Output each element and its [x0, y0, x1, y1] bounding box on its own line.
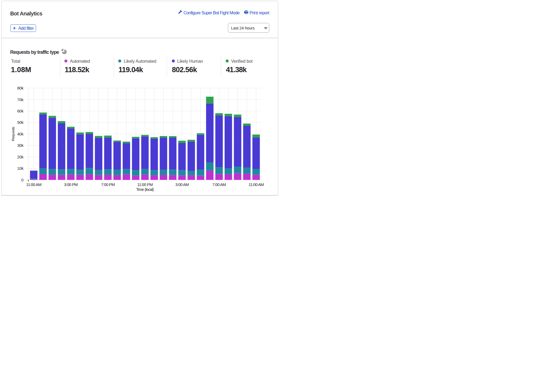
svg-text:7:00 AM: 7:00 AM [212, 182, 226, 187]
svg-text:7:00 PM: 7:00 PM [101, 182, 115, 187]
svg-text:11:00 PM: 11:00 PM [137, 182, 153, 187]
svg-text:Requests: Requests [11, 127, 15, 141]
svg-text:3:00 PM: 3:00 PM [64, 182, 78, 187]
svg-text:60k: 60k [17, 109, 24, 113]
svg-text:3:00 AM: 3:00 AM [175, 182, 189, 187]
svg-text:11:00 AM: 11:00 AM [26, 182, 41, 187]
svg-text:10k: 10k [17, 166, 24, 171]
svg-text:11:00 AM: 11:00 AM [249, 182, 264, 187]
svg-text:30k: 30k [17, 143, 24, 148]
svg-text:20k: 20k [17, 155, 24, 159]
svg-text:40k: 40k [17, 132, 24, 136]
svg-text:0: 0 [21, 178, 24, 182]
svg-text:Time (local): Time (local) [136, 187, 153, 192]
svg-text:70k: 70k [17, 97, 24, 102]
svg-text:80k: 80k [17, 86, 24, 90]
svg-text:50k: 50k [17, 120, 24, 125]
